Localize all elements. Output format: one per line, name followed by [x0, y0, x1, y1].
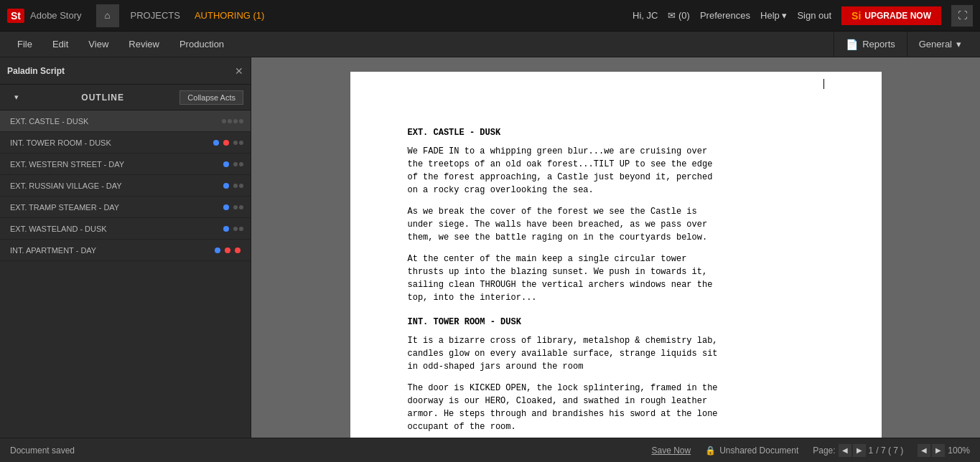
mail-icon[interactable]: ✉ (0)	[668, 10, 690, 21]
dot-blue-icon	[213, 140, 219, 146]
general-dropdown[interactable]: General ▾	[907, 32, 973, 57]
script-page: EXT. CASTLE - DUSK We FADE IN to a whipp…	[350, 72, 882, 438]
projects-link[interactable]: PROJECTS	[131, 10, 180, 21]
close-tab-button[interactable]: ✕	[235, 65, 243, 77]
dot-blue-icon	[223, 161, 229, 167]
outline-item-4[interactable]: EXT. TRAMP STEAMER - DAY	[0, 197, 251, 218]
dot-red-icon	[223, 140, 229, 146]
status-bar: Document saved Save Now 🔒 Unshared Docum…	[0, 438, 980, 462]
page-prev-button[interactable]: ◀	[839, 444, 851, 457]
scene1-action3: At the center of the main keep a single …	[408, 253, 824, 304]
page-arrows: ◀ ▶	[839, 444, 866, 457]
sidebar: Paladin Script ✕ ▾ OUTLINE Collapse Acts…	[0, 57, 251, 438]
zoom-level: 100%	[948, 446, 970, 456]
menu-review[interactable]: Review	[118, 32, 169, 57]
outline-collapse-arrow[interactable]: ▾	[7, 90, 26, 105]
save-now-link[interactable]: Save Now	[651, 446, 691, 456]
page-number: 1	[869, 446, 874, 456]
unshared-badge: 🔒 Unshared Document	[705, 446, 798, 456]
unshared-icon: 🔒	[705, 446, 716, 456]
cursor	[823, 79, 824, 89]
scene1-action1: We FADE IN to a whipping green blur...we…	[408, 145, 824, 197]
script-title: Paladin Script	[7, 66, 65, 76]
outline-item-3[interactable]: EXT. RUSSIAN VILLAGE - DAY	[0, 175, 251, 197]
st-logo: St	[7, 9, 24, 23]
main-area: Paladin Script ✕ ▾ OUTLINE Collapse Acts…	[0, 57, 980, 438]
scene2-action2: The door is KICKED OPEN, the lock splint…	[408, 382, 824, 433]
top-nav-bar: St Adobe Story ⌂ PROJECTS AUTHORING (1) …	[0, 0, 980, 32]
dot-red-icon-2	[235, 248, 241, 253]
dot-blue-icon	[223, 226, 229, 232]
signout-link[interactable]: Sign out	[797, 10, 831, 21]
outline-header: ▾ OUTLINE Collapse Acts	[0, 85, 251, 110]
app-name: Adobe Story	[30, 10, 82, 21]
scene2-heading: INT. TOWER ROOM - DUSK	[408, 316, 824, 329]
menu-view[interactable]: View	[78, 32, 118, 57]
page-total: / 7 ( 7 )	[876, 446, 903, 456]
dropdown-chevron-icon: ▾	[956, 39, 961, 50]
sidebar-header: Paladin Script ✕	[0, 57, 251, 85]
dot-blue-icon	[223, 204, 229, 210]
page-next-button[interactable]: ▶	[853, 444, 866, 457]
script-area: EXT. CASTLE - DUSK We FADE IN to a whipp…	[251, 57, 980, 438]
reports-icon: 📄	[846, 39, 858, 50]
outline-list: EXT. CASTLE - DUSK INT. TOWER ROOM - DUS…	[0, 110, 251, 438]
outline-item-0[interactable]: EXT. CASTLE - DUSK	[0, 110, 251, 132]
home-button[interactable]: ⌂	[96, 4, 119, 27]
document-saved-text: Document saved	[10, 446, 637, 456]
help-button[interactable]: Help ▾	[760, 10, 787, 21]
top-nav-right: Hi, JC ✉ (0) Preferences Help ▾ Sign out…	[633, 5, 973, 27]
dot-blue-icon	[223, 183, 229, 189]
hi-text: Hi, JC	[633, 10, 658, 21]
scene1-heading: EXT. CASTLE - DUSK	[408, 126, 824, 139]
authoring-link[interactable]: AUTHORING (1)	[195, 10, 265, 21]
upgrade-icon: Si	[851, 10, 861, 22]
reports-button[interactable]: 📄 Reports	[834, 32, 907, 57]
zoom-out-button[interactable]: ◀	[918, 444, 930, 457]
menu-bar: File Edit View Review Production 📄 Repor…	[0, 32, 980, 57]
dot-red-icon	[225, 248, 230, 253]
dot-blue-icon	[215, 248, 220, 253]
logo-area: St Adobe Story	[7, 9, 82, 23]
outline-item-2[interactable]: EXT. WESTERN STREET - DAY	[0, 154, 251, 175]
menu-production[interactable]: Production	[169, 32, 234, 57]
page-info: Page: ◀ ▶ 1 / 7 ( 7 )	[813, 444, 903, 457]
fullscreen-button[interactable]: ⛶	[951, 5, 973, 27]
scene2-action1: It is a bizarre cross of library, metals…	[408, 334, 824, 373]
script-scroll[interactable]: EXT. CASTLE - DUSK We FADE IN to a whipp…	[251, 57, 980, 438]
outline-item-6[interactable]: INT. APARTMENT - DAY	[0, 240, 251, 261]
upgrade-button[interactable]: Si UPGRADE NOW	[841, 6, 941, 25]
collapse-acts-button[interactable]: Collapse Acts	[179, 90, 243, 105]
menu-file[interactable]: File	[7, 32, 42, 57]
zoom-info: ◀ ▶ 100%	[918, 444, 970, 457]
menu-edit[interactable]: Edit	[42, 32, 78, 57]
preferences-link[interactable]: Preferences	[700, 10, 750, 21]
zoom-in-button[interactable]: ▶	[932, 444, 945, 457]
outline-item-5[interactable]: EXT. WASTELAND - DUSK	[0, 218, 251, 240]
outline-label: OUTLINE	[81, 93, 124, 103]
outline-item-1[interactable]: INT. TOWER ROOM - DUSK	[0, 132, 251, 154]
scene1-action2: As we break the cover of the forest we s…	[408, 205, 824, 244]
